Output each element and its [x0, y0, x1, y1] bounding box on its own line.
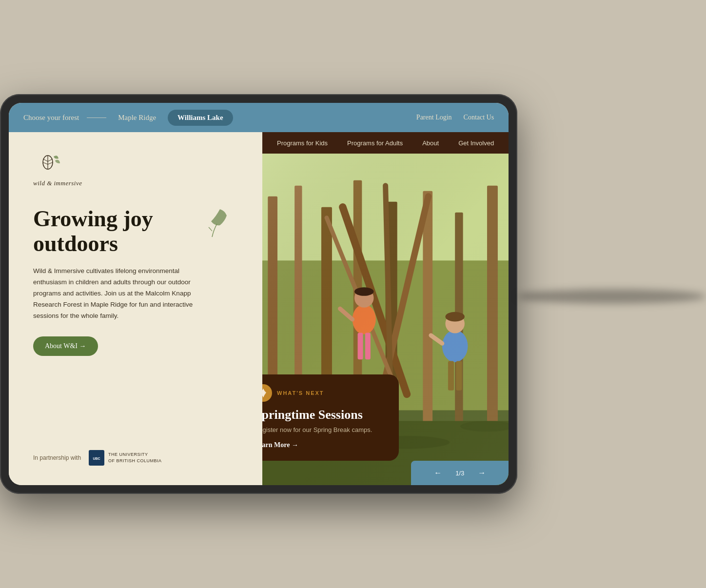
choose-forest-label: Choose your forest: [23, 114, 79, 122]
whats-next-label: WHAT'S NEXT: [277, 390, 324, 396]
hero-heading: Growing joy outdoors: [33, 207, 238, 256]
leaf-decoration: [206, 207, 233, 246]
heading-line2: outdoors: [33, 231, 118, 256]
svg-line-3: [43, 162, 48, 164]
left-panel: wild & immersive Growing joy outdoors Wi…: [9, 132, 262, 485]
pagination-bar: ← 1/3 →: [411, 461, 509, 485]
hero-description: Wild & Immersive cultivates lifelong env…: [33, 266, 199, 322]
ubc-text-line1: THE UNIVERSITY: [108, 451, 162, 458]
page-indicator: 1/3: [455, 470, 464, 477]
nav-divider: [87, 118, 106, 118]
ubc-crest: UBC: [89, 450, 104, 466]
about-cta-button[interactable]: About W&I →: [33, 336, 98, 356]
device-shadow: [517, 289, 706, 304]
right-side-wrapper: Programs for Kids Programs for Adults Ab…: [262, 132, 509, 485]
heading-line1: Growing joy: [33, 206, 153, 231]
partnership-text: In partnership with: [33, 454, 81, 461]
forest-option-maple-ridge[interactable]: Maple Ridge: [114, 112, 160, 124]
prev-page-button[interactable]: ←: [430, 467, 446, 479]
svg-line-5: [48, 162, 53, 164]
nav-right: Parent Login Contact Us: [416, 114, 494, 121]
svg-line-4: [48, 159, 53, 161]
learn-more-button[interactable]: Learn More →: [262, 441, 298, 449]
nav-left: Choose your forest Maple Ridge Williams …: [23, 110, 233, 126]
svg-line-2: [43, 159, 48, 161]
device-screen: Choose your forest Maple Ridge Williams …: [9, 103, 509, 485]
partnership-area: In partnership with UBC THE UNIVERSITY O…: [33, 450, 238, 466]
device-frame: Choose your forest Maple Ridge Williams …: [0, 94, 517, 494]
logo-text: wild & immersive: [33, 179, 82, 187]
ubc-logo: UBC THE UNIVERSITY OF BRITISH COLUMBIA: [89, 450, 162, 466]
contact-us-link[interactable]: Contact Us: [464, 114, 494, 121]
whats-next-card: WHAT'S NEXT Springtime Sessions Register…: [262, 374, 399, 461]
logo-area: wild & immersive: [33, 152, 238, 187]
next-page-button[interactable]: →: [474, 467, 490, 479]
nav-programs-kids[interactable]: Programs for Kids: [277, 139, 328, 147]
nav-programs-adults[interactable]: Programs for Adults: [347, 139, 403, 147]
secondary-nav: Programs for Kids Programs for Adults Ab…: [262, 132, 509, 154]
logo-icon: [33, 152, 62, 177]
whats-next-title: Springtime Sessions: [262, 408, 387, 422]
whats-next-badge: [262, 384, 272, 402]
whats-next-description: Register now for our Spring Break camps.: [262, 426, 387, 433]
whats-next-header: WHAT'S NEXT: [262, 384, 387, 402]
ubc-text-area: THE UNIVERSITY OF BRITISH COLUMBIA: [108, 451, 162, 464]
nav-about[interactable]: About: [422, 139, 439, 147]
nav-get-involved[interactable]: Get Involved: [458, 139, 494, 147]
top-nav: Choose your forest Maple Ridge Williams …: [9, 103, 509, 132]
main-area: wild & immersive Growing joy outdoors Wi…: [9, 132, 509, 485]
right-content: WHAT'S NEXT Springtime Sessions Register…: [262, 154, 509, 485]
ubc-text-line2: OF BRITISH COLUMBIA: [108, 458, 162, 464]
svg-text:UBC: UBC: [93, 457, 100, 460]
parent-login-link[interactable]: Parent Login: [416, 114, 452, 121]
forest-option-williams-lake[interactable]: Williams Lake: [168, 110, 233, 126]
